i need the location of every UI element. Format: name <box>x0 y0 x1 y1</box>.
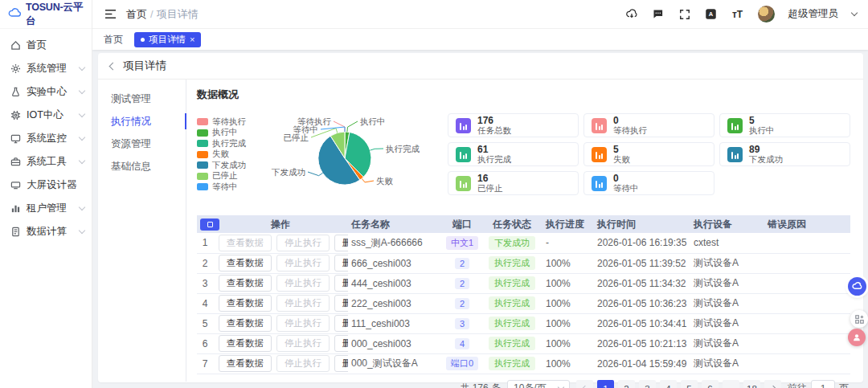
prev-page-button[interactable] <box>576 380 593 388</box>
status-badge: 执行完成 <box>489 357 535 370</box>
page-button-1[interactable]: 1 <box>597 380 614 388</box>
view-data-button[interactable]: 查看数据 <box>219 315 272 332</box>
stat-card-dispatched: 89下发成功 <box>719 142 850 166</box>
subnav-basic-info[interactable]: 基础信息 <box>98 155 186 178</box>
legend-item[interactable]: 失败 <box>197 149 250 161</box>
exec-device: 测试设备A <box>690 273 764 293</box>
port-badge: 2 <box>455 298 469 309</box>
fullscreen-icon[interactable] <box>678 8 691 21</box>
delete-task-button[interactable]: 删除任务 <box>334 235 348 251</box>
svg-text:A: A <box>709 10 714 18</box>
breadcrumb-current: 项目详情 <box>157 8 199 20</box>
legend-item[interactable]: 已停止 <box>197 171 250 182</box>
subnav-resource-mgmt[interactable]: 资源管理 <box>98 133 186 155</box>
col-port: 端口 <box>443 215 481 233</box>
exec-device: 测试设备A <box>690 333 764 353</box>
tab-project-detail[interactable]: 项目详情 × <box>134 32 201 47</box>
home-icon <box>10 40 21 51</box>
next-page-button[interactable] <box>764 380 781 388</box>
chevron-down-icon <box>79 134 85 141</box>
sidebar-item-lab-center[interactable]: 实验中心 <box>0 80 92 104</box>
page-button-2[interactable]: 2 <box>618 380 635 388</box>
legend-item[interactable]: 等待中 <box>197 182 250 193</box>
col-task-name: 任务名称 <box>348 215 443 233</box>
sidebar-item-system-monitor[interactable]: 系统监控 <box>0 127 92 150</box>
checkbox-icon <box>207 222 213 227</box>
pie-legend: 等待执行 执行中 执行完成 失败 下发成功 已停止 等待中 <box>197 105 250 206</box>
progress: - <box>542 233 594 253</box>
delete-task-button[interactable]: 删除任务 <box>334 315 348 332</box>
breadcrumb-home[interactable]: 首页 <box>126 8 147 20</box>
page-button-6[interactable]: 6 <box>702 380 719 388</box>
legend-item[interactable]: 执行完成 <box>197 138 250 149</box>
tab-home[interactable]: 首页 <box>104 33 123 47</box>
goto-page-input[interactable] <box>811 380 835 388</box>
app-title: TOSUN-云平台 <box>26 1 92 28</box>
page-button-4[interactable]: 4 <box>660 380 677 388</box>
user-dropdown-caret-icon[interactable] <box>851 10 858 16</box>
view-data-button[interactable]: 查看数据 <box>219 335 272 352</box>
view-data-button[interactable]: 查看数据 <box>219 275 272 292</box>
cloud-download-icon[interactable] <box>625 8 638 21</box>
svg-text:失败: 失败 <box>376 176 394 186</box>
more-pages-button[interactable]: ••• <box>723 380 739 388</box>
app-logo[interactable]: TOSUN-云平台 <box>0 0 92 29</box>
stat-barchart-icon <box>456 176 471 191</box>
support-avatar-button[interactable] <box>848 329 866 346</box>
sidebar-item-system-mgmt[interactable]: 系统管理 <box>0 57 92 80</box>
subnav-test-mgmt[interactable]: 测试管理 <box>98 88 186 110</box>
select-all-button[interactable] <box>200 219 219 231</box>
sidebar-item-screen-designer[interactable]: 大屏设计器 <box>0 174 92 197</box>
view-data-button[interactable]: 查看数据 <box>219 355 272 372</box>
sidebar-item-label: 大屏设计器 <box>27 178 77 192</box>
port-badge: 2 <box>455 258 469 269</box>
legend-item[interactable]: 等待执行 <box>197 116 250 128</box>
stat-barchart-icon <box>592 147 607 162</box>
collapse-menu-icon[interactable] <box>104 8 117 21</box>
stat-label: 下发成功 <box>749 155 783 164</box>
view-data-button[interactable]: 查看数据 <box>219 295 272 312</box>
sidebar-item-data-compute[interactable]: 数据计算 <box>0 220 92 243</box>
task-table: 操作 任务名称 端口 任务状态 执行进度 执行时间 执行设备 错误原因 1 查看… <box>197 215 850 374</box>
progress: 100% <box>542 333 594 353</box>
svg-text:执行完成: 执行完成 <box>386 144 420 153</box>
delete-task-button[interactable]: 删除任务 <box>334 355 348 372</box>
stat-barchart-icon <box>727 118 743 133</box>
page-button-18[interactable]: 18 <box>743 380 760 388</box>
sidebar-item-iot-center[interactable]: IOT中心 <box>0 104 92 127</box>
view-data-button: 查看数据 <box>219 235 272 251</box>
screen-icon <box>10 180 21 191</box>
back-chevron-icon[interactable] <box>109 62 117 70</box>
apps-grid-button[interactable] <box>850 310 868 328</box>
font-size-icon[interactable]: тT <box>731 8 744 21</box>
subnav-execution-status[interactable]: 执行情况 <box>98 110 186 133</box>
translate-icon[interactable]: A <box>705 8 718 21</box>
legend-item[interactable]: 下发成功 <box>197 160 250 171</box>
page-button-5[interactable]: 5 <box>681 380 698 388</box>
sidebar-item-home[interactable]: 首页 <box>0 34 92 57</box>
user-name[interactable]: 超级管理员 <box>788 7 839 21</box>
legend-swatch <box>197 140 208 147</box>
message-icon[interactable] <box>652 8 665 21</box>
task-name: 222_ceshi003 <box>348 293 443 313</box>
legend-item[interactable]: 执行中 <box>197 128 250 139</box>
sidebar-item-tenant-mgmt[interactable]: 租户管理 <box>0 197 92 220</box>
stat-value: 0 <box>613 116 647 125</box>
view-data-button[interactable]: 查看数据 <box>219 255 272 272</box>
delete-task-button[interactable]: 删除任务 <box>334 295 348 312</box>
assistant-cloud-button[interactable] <box>848 277 866 296</box>
port-badge: 4 <box>455 338 469 349</box>
port-badge: 端口0 <box>446 357 478 370</box>
page-size-select[interactable]: 10条/页 <box>507 380 570 388</box>
sidebar-item-label: 系统工具 <box>27 155 67 169</box>
sidebar-item-system-tools[interactable]: 系统工具 <box>0 150 92 174</box>
stat-card-running: 5执行中 <box>719 113 850 137</box>
delete-task-button[interactable]: 删除任务 <box>334 255 348 272</box>
page-button-3[interactable]: 3 <box>639 380 656 388</box>
progress: 100% <box>542 293 594 313</box>
delete-task-button[interactable]: 删除任务 <box>334 275 348 292</box>
close-icon[interactable]: × <box>190 35 194 44</box>
user-avatar[interactable] <box>758 6 775 22</box>
error-reason <box>764 253 850 273</box>
delete-task-button[interactable]: 删除任务 <box>334 335 348 352</box>
